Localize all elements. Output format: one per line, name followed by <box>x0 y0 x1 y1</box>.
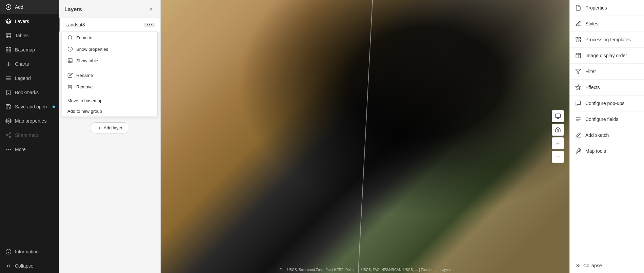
right-item-processing-templates-label: Processing templates <box>585 37 631 42</box>
map-controls: + − <box>552 110 564 163</box>
context-menu-divider-2 <box>62 94 157 94</box>
menu-item-zoom-to[interactable]: Zoom to <box>62 32 157 43</box>
menu-item-add-group[interactable]: Add to new group <box>62 106 157 117</box>
map-fullscreen-button[interactable] <box>552 110 564 122</box>
svg-line-31 <box>71 39 72 40</box>
right-item-image-display-order[interactable]: Image display order <box>570 48 644 64</box>
share-icon <box>5 132 12 138</box>
sidebar-item-collapse-label: Collapse <box>15 263 33 269</box>
sketch-icon <box>575 132 581 138</box>
sidebar-item-information-label: Information <box>15 249 39 254</box>
right-collapse-label: Collapse <box>583 263 602 268</box>
sidebar-item-charts-label: Charts <box>15 61 29 67</box>
bookmark-icon <box>5 89 12 96</box>
right-item-filter-label: Filter <box>585 69 596 74</box>
add-layer-label: Add layer <box>104 125 122 130</box>
sidebar-item-bookmarks[interactable]: Bookmarks <box>0 85 59 100</box>
svg-point-30 <box>68 36 72 39</box>
add-layer-button[interactable]: Add layer <box>90 122 129 133</box>
sidebar-item-share-map-label: Share map <box>15 132 38 138</box>
sidebar-item-more[interactable]: More <box>0 142 59 156</box>
properties-icon <box>575 5 581 11</box>
menu-item-remove[interactable]: Remove <box>62 81 157 92</box>
effects-icon <box>575 84 581 90</box>
right-item-configure-popups[interactable]: Configure pop-ups <box>570 96 644 111</box>
svg-rect-9 <box>9 47 11 49</box>
sidebar-item-share-map[interactable]: Share map <box>0 128 59 142</box>
plus-icon <box>97 126 102 130</box>
right-item-filter[interactable]: Filter <box>570 64 644 80</box>
svg-rect-41 <box>556 114 561 118</box>
popup-icon <box>575 100 581 106</box>
right-item-styles[interactable]: Styles <box>570 16 644 32</box>
table-small-icon <box>67 58 73 63</box>
svg-rect-35 <box>68 59 72 63</box>
sidebar-item-basemap[interactable]: Basemap <box>0 43 59 57</box>
styles-icon <box>575 21 581 27</box>
sidebar-item-tables[interactable]: Tables <box>0 28 59 43</box>
svg-rect-46 <box>579 40 581 42</box>
right-item-properties[interactable]: Properties <box>570 0 644 16</box>
left-sidebar: Add Layers Tables Basemap Charts Legend <box>0 0 59 273</box>
layers-panel-title: Layers <box>64 6 82 13</box>
sidebar-item-layers-label: Layers <box>15 19 29 24</box>
processing-icon <box>575 37 581 43</box>
right-item-configure-fields[interactable]: Configure fields <box>570 111 644 127</box>
layer-context-menu: Zoom to Show properties Show table Renam… <box>62 31 158 117</box>
map-home-button[interactable] <box>552 124 564 136</box>
svg-point-20 <box>6 134 8 136</box>
right-item-map-tools-label: Map tools <box>585 148 606 154</box>
sidebar-item-information[interactable]: Information <box>0 245 59 259</box>
table-icon <box>5 33 12 39</box>
map-zoom-out-button[interactable]: − <box>552 151 564 163</box>
more-icon <box>5 146 12 152</box>
chevrons-left-icon <box>5 263 12 269</box>
menu-item-move-basemap[interactable]: Move to basemap <box>62 96 157 106</box>
right-item-processing-templates[interactable]: Processing templates <box>570 32 644 48</box>
right-item-properties-label: Properties <box>585 5 607 10</box>
right-collapse-button[interactable]: Collapse <box>570 258 644 273</box>
sidebar-item-charts[interactable]: Charts <box>0 57 59 71</box>
basemap-icon <box>5 47 12 53</box>
pencil-icon <box>67 72 73 78</box>
legend-icon <box>5 75 12 81</box>
chart-icon <box>5 61 12 67</box>
sidebar-item-tables-label: Tables <box>15 33 28 38</box>
svg-rect-4 <box>6 33 11 38</box>
menu-item-show-properties[interactable]: Show properties <box>62 43 157 55</box>
sidebar-item-map-properties[interactable]: Map properties <box>0 114 59 128</box>
right-item-map-tools[interactable]: Map tools <box>570 143 644 159</box>
map-area[interactable]: Esri, USGS, Settlement Zone, Point HERE,… <box>161 0 569 273</box>
sidebar-item-layers[interactable]: Layers <box>0 14 59 28</box>
plus-circle-icon <box>5 4 12 10</box>
sidebar-item-add[interactable]: Add <box>0 0 59 14</box>
right-item-image-display-order-label: Image display order <box>585 53 627 58</box>
svg-rect-10 <box>9 50 11 52</box>
svg-rect-8 <box>6 47 8 49</box>
image-order-icon <box>575 52 581 59</box>
menu-item-rename[interactable]: Rename <box>62 69 157 81</box>
svg-marker-49 <box>576 69 581 74</box>
map-zoom-in-button[interactable]: + <box>552 137 564 149</box>
chevrons-right-icon <box>575 263 581 268</box>
menu-show-properties-label: Show properties <box>76 47 108 52</box>
svg-point-26 <box>10 149 11 150</box>
layer-item-landsat8[interactable]: Landsat8 <box>59 18 160 31</box>
sidebar-item-basemap-label: Basemap <box>15 47 35 52</box>
sidebar-item-save-open[interactable]: Save and open <box>0 100 59 114</box>
save-open-dot <box>53 106 55 108</box>
sidebar-item-collapse[interactable]: Collapse <box>0 259 59 273</box>
right-item-add-sketch[interactable]: Add sketch <box>570 127 644 143</box>
right-item-effects[interactable]: Effects <box>570 80 644 96</box>
layer-more-button[interactable] <box>144 23 155 27</box>
fields-icon <box>575 116 581 122</box>
sidebar-item-legend[interactable]: Legend <box>0 71 59 85</box>
svg-line-23 <box>7 134 9 135</box>
right-item-effects-label: Effects <box>585 85 600 90</box>
filter-icon <box>575 68 581 75</box>
layers-close-button[interactable]: × <box>147 5 155 14</box>
right-item-styles-label: Styles <box>585 21 598 26</box>
menu-item-show-table[interactable]: Show table <box>62 55 157 66</box>
svg-rect-44 <box>576 37 578 39</box>
svg-point-25 <box>8 149 9 150</box>
